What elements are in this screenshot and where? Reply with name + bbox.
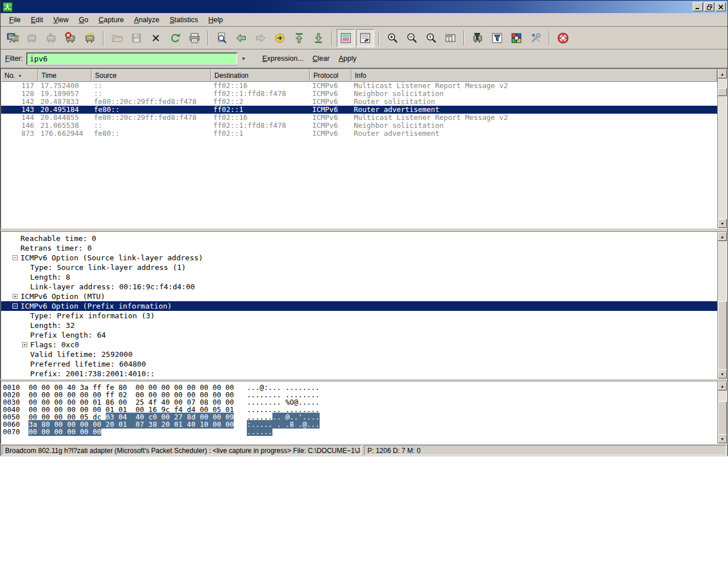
cell-time: 20.844855 (38, 114, 92, 122)
menu-go[interactable]: Go (74, 14, 94, 26)
detail-line[interactable]: +Flags: 0xc0 (1, 340, 717, 350)
go-forward-button[interactable] (251, 29, 270, 47)
go-to-packet-button[interactable] (271, 29, 289, 47)
status-capture-info: Broadcom 802.11g h?l?zati adapter (Micro… (2, 445, 361, 455)
column-header-no[interactable]: No.▼ (1, 69, 38, 82)
detail-line[interactable]: Type: Prefix information (3) (1, 311, 717, 321)
packet-row-873[interactable]: 873176.662944fe80::ff02::1ICMPv6Router a… (1, 130, 717, 138)
print-icon (188, 32, 201, 44)
menu-edit[interactable]: Edit (26, 14, 48, 26)
zoom-out-button[interactable] (403, 29, 421, 47)
collapse-icon[interactable]: − (13, 304, 18, 309)
find-packet-button[interactable] (213, 29, 231, 47)
capture-filters-button[interactable] (469, 29, 487, 47)
scroll-up-icon[interactable]: ▲ (718, 232, 727, 241)
expression-button[interactable]: Expression... (258, 52, 308, 65)
detail-line[interactable]: −ICMPv6 Option (Prefix information) (1, 301, 717, 311)
apply-button[interactable]: Apply (334, 52, 361, 65)
zoom-in-button[interactable] (383, 29, 402, 47)
detail-line[interactable]: Reachable time: 0 (1, 234, 717, 243)
scroll-up-icon[interactable]: ▲ (718, 69, 727, 78)
autoscroll-toggle-button[interactable] (356, 29, 374, 47)
packet-list-scrollbar[interactable]: ▲▼ (717, 69, 727, 228)
column-header-info[interactable]: Info (351, 69, 717, 82)
column-header-time[interactable]: Time (38, 69, 92, 82)
hex-row[interactable]: 0070 00 00 00 00 00 00 ...... (3, 428, 717, 435)
detail-line[interactable]: Type: Source link-layer address (1) (1, 263, 717, 272)
detail-line[interactable]: Length: 8 (1, 272, 717, 282)
filter-dropdown-button[interactable]: ▼ (237, 53, 250, 65)
cell-source: fe80:: (92, 106, 211, 114)
coloring-rules-button[interactable] (507, 29, 526, 47)
capture-restart-button[interactable] (81, 29, 99, 47)
scroll-thumb[interactable] (718, 88, 727, 96)
scroll-down-icon[interactable]: ▼ (718, 434, 727, 443)
save-as-button[interactable] (127, 29, 146, 47)
menu-help[interactable]: Help (203, 14, 228, 26)
close-file-button[interactable] (147, 29, 165, 47)
detail-line[interactable]: Valid lifetime: 2592000 (1, 350, 717, 359)
cell-info: Router solicitation (351, 98, 717, 106)
go-forward-icon (254, 32, 267, 44)
titlebar[interactable] (1, 1, 727, 13)
open-file-button[interactable] (108, 29, 126, 47)
menu-capture[interactable]: Capture (93, 14, 129, 26)
capture-interfaces-button[interactable] (3, 29, 22, 47)
toolbar-separator (103, 31, 104, 45)
hex-dump-pane: 0010 00 00 00 40 3a ff fe 80 00 00 00 00… (1, 381, 727, 444)
zoom-out-icon (406, 32, 418, 44)
detail-line[interactable]: Length: 32 (1, 321, 717, 330)
toolbar-separator (332, 31, 333, 45)
capture-start-button[interactable] (42, 29, 60, 47)
go-to-top-button[interactable] (290, 29, 308, 47)
detail-line[interactable]: Link-layer address: 00:16:9c:f4:d4:00 (1, 282, 717, 292)
zoom-100-button[interactable] (422, 29, 440, 47)
column-header-source[interactable]: Source (92, 69, 211, 82)
scroll-down-icon[interactable]: ▼ (718, 219, 727, 228)
close-button[interactable] (715, 2, 726, 11)
preferences-button[interactable] (527, 29, 545, 47)
packet-row-128[interactable]: 12819.189057::ff02::1:ffd8:f478ICMPv6Nei… (1, 90, 717, 98)
detail-line[interactable]: Prefix length: 64 (1, 330, 717, 340)
packet-details-scrollbar[interactable]: ▲▼ (717, 232, 727, 379)
help-button[interactable] (554, 29, 572, 47)
scroll-down-icon[interactable]: ▼ (718, 369, 727, 379)
packet-row-117[interactable]: 11717.752400::ff02::16ICMPv6Multicast Li… (1, 82, 717, 90)
clear-button[interactable]: Clear (308, 52, 334, 65)
packet-row-142[interactable]: 14220.487833fe80::20c:29ff:fed8:f478ff02… (1, 98, 717, 106)
detail-line[interactable]: Prefix: 2001:738:2001:4010:: (1, 369, 717, 379)
expand-icon[interactable]: + (22, 342, 27, 347)
capture-options-button[interactable] (23, 29, 41, 47)
restore-button[interactable] (704, 2, 714, 11)
minimize-button[interactable] (693, 2, 703, 11)
detail-line[interactable]: −ICMPv6 Option (Source link-layer addres… (1, 253, 717, 263)
packet-row-146[interactable]: 14621.065538::ff02::1:ffd8:f478ICMPv6Nei… (1, 122, 717, 130)
menu-analyze[interactable]: Analyze (129, 14, 164, 26)
packet-row-144[interactable]: 14420.844855fe80::20c:29ff:fed8:f478ff02… (1, 114, 717, 122)
column-header-protocol[interactable]: Protocol (310, 69, 351, 82)
capture-stop-button[interactable] (61, 29, 80, 47)
column-header-destination[interactable]: Destination (211, 69, 310, 82)
go-to-bottom-button[interactable] (309, 29, 328, 47)
detail-text: Length: 8 (30, 272, 70, 282)
display-filters-button[interactable] (488, 29, 506, 47)
packet-list-pane: No.▼TimeSourceDestinationProtocolInfo 11… (1, 69, 727, 228)
colorize-toggle-button[interactable] (337, 29, 355, 47)
go-back-button[interactable] (232, 29, 250, 47)
detail-line[interactable]: Retrans timer: 0 (1, 243, 717, 253)
menu-statistics[interactable]: Statistics (164, 14, 203, 26)
packet-row-143[interactable]: 14320.495184fe80::ff02::1ICMPv6Router ad… (1, 106, 717, 114)
hex-dump-scrollbar[interactable]: ▲▼ (717, 381, 727, 443)
menu-file[interactable]: File (4, 14, 26, 26)
scroll-thumb[interactable] (718, 301, 727, 376)
collapse-icon[interactable]: − (13, 255, 18, 260)
detail-line[interactable]: +ICMPv6 Option (MTU) (1, 292, 717, 301)
menu-view[interactable]: View (48, 14, 74, 26)
reload-button[interactable] (166, 29, 184, 47)
scroll-up-icon[interactable]: ▲ (718, 381, 727, 390)
filter-input[interactable] (27, 53, 237, 65)
resize-columns-button[interactable] (441, 29, 460, 47)
detail-line[interactable]: Preferred lifetime: 604800 (1, 359, 717, 369)
expand-icon[interactable]: + (13, 294, 18, 299)
print-button[interactable] (185, 29, 204, 47)
